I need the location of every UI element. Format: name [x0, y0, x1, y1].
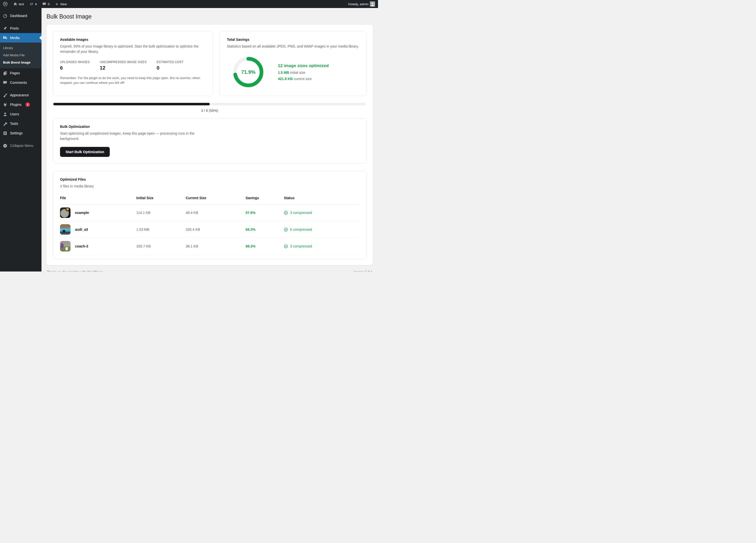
- sidebar-item-media[interactable]: Media: [0, 33, 41, 43]
- stat-uncompressed-image-sizes: UNCOMPRESSED IMAGE SIZES 12: [100, 60, 147, 71]
- media-icon: [3, 35, 7, 40]
- stat-value: 0: [157, 65, 183, 71]
- footer-thanks-link[interactable]: Thank you for creating with WordPress.: [47, 270, 104, 272]
- comment-bubble-icon: [42, 2, 46, 6]
- updates-menu[interactable]: 4: [27, 0, 39, 8]
- savings-current-size: 421.8 KB current size: [278, 77, 329, 81]
- main-content: Bulk Boost Image Available Images Сергей…: [41, 8, 378, 272]
- submenu-item-label: Add Media File: [3, 53, 25, 57]
- home-icon: [13, 2, 17, 6]
- available-images-title: Available Images: [60, 38, 205, 42]
- wordpress-logo-menu[interactable]: W: [0, 0, 11, 8]
- page-title: Bulk Boost Image: [47, 8, 373, 25]
- keep-page-open-note: Remember: For the plugin to do the work,…: [60, 76, 205, 85]
- start-bulk-optimization-button[interactable]: Start Bulk Optimization: [60, 147, 110, 157]
- col-initial-size: Initial Size: [136, 196, 186, 200]
- total-savings-card: Total Savings Statistics based on all av…: [219, 31, 367, 96]
- site-menu[interactable]: test: [11, 0, 27, 8]
- check-circle-icon: [284, 211, 288, 215]
- stat-estimated-cost: ESTIMATED COST 0: [157, 60, 183, 71]
- sidebar-item-label: Tools: [10, 122, 18, 126]
- available-images-description: Сергей, 50% of your image library is opt…: [60, 44, 205, 54]
- plugins-update-badge: 1: [25, 102, 30, 107]
- dashboard-icon: [3, 13, 7, 18]
- table-row: audi_a3 1.03 MB 335.4 KB 68.3% 6 compres…: [60, 221, 359, 238]
- new-menu[interactable]: New: [52, 0, 69, 8]
- sidebar-item-label: Posts: [10, 26, 19, 30]
- submenu-item-library[interactable]: Library: [0, 44, 41, 52]
- comments-icon: [3, 80, 7, 85]
- plus-icon: [55, 2, 59, 6]
- sidebar-item-settings[interactable]: Settings: [0, 128, 41, 138]
- stat-label: UNCOMPRESSED IMAGE SIZES: [100, 60, 147, 64]
- stat-value: 12: [100, 65, 147, 71]
- admin-footer: Thank you for creating with WordPress. V…: [47, 265, 373, 272]
- sidebar-item-label: Appearance: [10, 93, 29, 97]
- optimized-files-subtitle: 3 files in media library: [60, 184, 210, 189]
- savings-initial-size: 1.5 MB initial size: [278, 71, 329, 75]
- file-name: coach-3: [75, 244, 88, 248]
- sidebar-item-appearance[interactable]: Appearance: [0, 90, 41, 100]
- stat-label: UPLOADED IMAGES: [60, 60, 90, 64]
- status-cell: 6 compressed: [284, 227, 359, 232]
- progress-fill: [53, 103, 210, 105]
- bulk-progress: 3 / 6 (50%): [53, 103, 366, 113]
- sidebar-item-collapse-menu[interactable]: Collapse Menu: [0, 141, 41, 150]
- submenu-item-label: Library: [3, 46, 13, 50]
- admin-bar: W test 4 0 New: [0, 0, 378, 8]
- optimized-files-title: Optimized Files: [60, 177, 359, 181]
- submenu-item-bulk-boost-image[interactable]: Bulk Boost Image: [0, 59, 41, 66]
- sidebar-item-tools[interactable]: Tools: [0, 119, 41, 128]
- status-cell: 3 compressed: [284, 244, 359, 248]
- sidebar-item-label: Pages: [10, 71, 20, 75]
- comment-count: 0: [48, 2, 49, 6]
- account-menu[interactable]: Howdy, admin: [345, 0, 378, 8]
- current-size-label: current size: [293, 77, 311, 81]
- initial-size-value: 1.5 MB: [278, 71, 289, 75]
- sidebar-item-posts[interactable]: Posts: [0, 24, 41, 33]
- progress-label: 3 / 6 (50%): [53, 109, 366, 113]
- sidebar-item-dashboard[interactable]: Dashboard: [0, 11, 41, 21]
- sidebar-item-pages[interactable]: Pages: [0, 68, 41, 78]
- sidebar-item-users[interactable]: Users: [0, 109, 41, 119]
- status-text: 3 compressed: [290, 211, 312, 215]
- current-size: 48.4 KB: [186, 211, 245, 215]
- sidebar-item-label: Users: [10, 112, 19, 116]
- initial-size: 114.1 KB: [136, 211, 186, 215]
- sidebar-item-label: Settings: [10, 131, 23, 135]
- thumbnail-audi-a3: [60, 224, 71, 235]
- bulk-optimization-title: Bulk Optimization: [60, 125, 359, 129]
- plugin-icon: [3, 102, 7, 107]
- plugin-panel: Available Images Сергей, 50% of your ima…: [47, 25, 373, 265]
- col-file: File: [60, 196, 136, 200]
- col-current-size: Current Size: [186, 196, 245, 200]
- table-row: coach-3 326.7 KB 38.1 KB 88.3% 3 compres…: [60, 238, 359, 255]
- initial-size: 326.7 KB: [136, 244, 186, 248]
- initial-size: 1.03 MB: [136, 227, 186, 231]
- site-name: test: [19, 2, 24, 6]
- sidebar-item-comments[interactable]: Comments: [0, 78, 41, 87]
- collapse-arrow-icon: [3, 143, 7, 148]
- svg-text:W: W: [4, 3, 7, 5]
- file-name: example: [75, 211, 89, 215]
- savings-percent: 57.6%: [245, 211, 284, 215]
- status-text: 6 compressed: [290, 227, 312, 231]
- comments-menu[interactable]: 0: [39, 0, 52, 8]
- savings-donut-chart: 71.9%: [231, 55, 266, 90]
- table-row: example 114.1 KB 48.4 KB 57.6% 3 compres…: [60, 204, 359, 221]
- new-label: New: [60, 2, 67, 6]
- col-savings: Savings: [245, 196, 284, 200]
- submenu-item-add-media-file[interactable]: Add Media File: [0, 52, 41, 59]
- pages-icon: [3, 71, 7, 76]
- update-count: 4: [35, 2, 37, 6]
- optimized-files-card: Optimized Files 3 files in media library…: [53, 171, 367, 259]
- sidebar-item-plugins[interactable]: Plugins 1: [0, 100, 41, 109]
- savings-percent: 88.3%: [245, 244, 284, 248]
- file-name: audi_a3: [75, 227, 88, 231]
- wrench-icon: [3, 121, 7, 126]
- col-status: Status: [284, 196, 359, 200]
- check-circle-icon: [284, 244, 288, 248]
- sidebar-item-label: Media: [10, 36, 19, 40]
- savings-percent: 68.3%: [245, 227, 284, 231]
- submenu-item-label: Bulk Boost Image: [3, 61, 31, 64]
